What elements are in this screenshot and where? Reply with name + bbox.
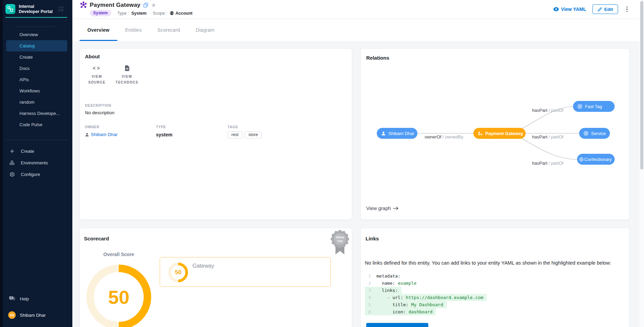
description-label: DESCRIPTION	[85, 104, 114, 107]
edge-label: hasPart / partOf	[532, 161, 563, 166]
eye-icon	[553, 7, 559, 11]
apps-grid-icon[interactable]	[59, 7, 63, 12]
sidebar-item-overview[interactable]: Overview	[6, 29, 67, 40]
sidebar-configure-button[interactable]: Configure	[6, 168, 67, 180]
arrow-right-icon	[393, 206, 399, 210]
entry-score-donut: 50	[168, 263, 188, 282]
owner-label: OWNER	[85, 125, 156, 129]
logo[interactable]: Internal Developer Portal	[5, 4, 56, 14]
user-menu[interactable]: SD Shibam Dhar	[6, 310, 67, 320]
about-card: About <> VIEW SOURCE VIEW TECHDOCS DESCR…	[80, 48, 352, 220]
kind-badge: System	[90, 10, 111, 16]
view-graph-link[interactable]: View graph	[366, 206, 399, 211]
graph-node-label: Shibam Dhar	[388, 131, 414, 136]
sidebar-item-harness-develope[interactable]: Harness Develope...	[6, 108, 67, 119]
sidebar-bottom: ? Help SD Shibam Dhar	[6, 294, 67, 323]
code-line: 4 - url: https://dashboard.example.com	[365, 294, 487, 301]
entry-score-value: 50	[175, 269, 182, 276]
tier-line1: Silver	[335, 235, 344, 239]
chip-icon	[584, 131, 588, 136]
system-icon	[478, 131, 483, 136]
copy-icon[interactable]	[143, 3, 148, 8]
help-label: Help	[20, 296, 29, 301]
relations-card: Relations Shibam Dhar Payment Gateway Fa…	[360, 48, 630, 220]
links-title: Links	[366, 236, 379, 241]
user-name: Shibam Dhar	[20, 313, 46, 318]
portal-logo-icon	[5, 4, 15, 14]
sidebar-item-code-pulse[interactable]: Code Pulse	[6, 119, 67, 130]
techdocs-doc-icon	[125, 64, 130, 72]
sidebar-action-label: Create	[21, 149, 34, 154]
code-line: 1metadata:	[365, 272, 404, 280]
tier-line2: Tier	[337, 239, 343, 243]
scorecard-card: Scorecard Overall Score 50 50 Gateway Si…	[80, 228, 352, 327]
tab-overview[interactable]: Overview	[80, 18, 117, 41]
view-techdocs-button[interactable]: VIEW TECHDOCS	[112, 64, 142, 85]
sidebar-item-create[interactable]: Create	[6, 51, 67, 63]
graph-node-system[interactable]: Payment Gateway	[473, 128, 526, 139]
owner-name: Shibam Dhar	[91, 132, 118, 137]
overall-score-label: Overall Score	[91, 252, 146, 257]
entity-tabs: Overview Entities Scorecard Diagram	[72, 18, 644, 41]
links-empty-text: No links defined for this entity. You ca…	[365, 259, 626, 266]
edit-button[interactable]: Edit	[592, 4, 618, 14]
graph-node-user[interactable]: Shibam Dhar	[377, 128, 417, 139]
yaml-example-code: 1metadata:2 name: example3 links:4 - url…	[365, 272, 487, 315]
view-yaml-label: View YAML	[561, 6, 586, 12]
tab-diagram[interactable]: Diagram	[188, 18, 223, 41]
sidebar-divider	[16, 27, 55, 27]
graph-node-label: Payment Gateway	[485, 131, 523, 136]
meta-separator: ·	[149, 11, 150, 16]
entity-system-icon	[80, 1, 87, 9]
app-title: Internal Developer Portal	[19, 4, 56, 14]
scope-icon	[170, 11, 174, 15]
sidebar-create-button[interactable]: Create	[6, 145, 67, 157]
graph-node-fast-tag[interactable]: Fast Tag	[573, 101, 615, 112]
sidebar-item-random[interactable]: random	[6, 96, 67, 108]
edge-label: hasPart / partOf	[532, 134, 563, 139]
star-icon[interactable]	[151, 2, 156, 8]
type-label: Type :	[117, 11, 129, 16]
tag-chip[interactable]: rest	[228, 131, 242, 138]
code-line: 3 links:	[365, 287, 401, 294]
sidebar-actions: Create Environments Configure	[6, 145, 67, 180]
tab-scorecard[interactable]: Scorecard	[149, 18, 188, 41]
view-source-button[interactable]: <> VIEW SOURCE	[82, 64, 112, 85]
code-line: 5 title: My Dashboard	[365, 301, 447, 308]
code-line: 6 icon: dashboard	[365, 308, 436, 315]
chip-icon	[579, 157, 584, 162]
scope-label: Scope :	[153, 11, 167, 16]
sidebar: Internal Developer Portal OverviewCatalo…	[0, 0, 72, 327]
type-field-value: system	[156, 132, 228, 137]
help-button[interactable]: ? Help	[6, 294, 67, 304]
view-graph-label: View graph	[366, 206, 391, 211]
relations-graph: Shibam Dhar Payment Gateway Fast Tag Ser…	[361, 49, 630, 220]
scope-value: Account	[175, 11, 192, 16]
kebab-menu-icon[interactable]	[624, 5, 630, 13]
sidebar-item-docs[interactable]: Docs	[6, 63, 67, 74]
edge-label: hasPart / partOf	[532, 108, 563, 113]
graph-node-confectionary[interactable]: Confectionary	[577, 154, 615, 165]
graph-node-service[interactable]: Service	[579, 128, 610, 139]
owner-link[interactable]: Shibam Dhar	[85, 132, 156, 137]
sidebar-item-apis[interactable]: APIs	[6, 74, 67, 85]
user-avatar: SD	[8, 311, 16, 319]
sidebar-item-workflows[interactable]: Workflows	[6, 85, 67, 96]
graph-node-label: Fast Tag	[585, 104, 602, 109]
scrollbar-thumb[interactable]	[640, 1, 643, 169]
edit-pencil-icon	[598, 7, 602, 12]
environments-icon	[9, 160, 15, 165]
sidebar-accent-rule	[5, 17, 67, 18]
help-icon: ?	[9, 296, 15, 301]
sidebar-item-catalog[interactable]: Catalog	[6, 40, 67, 51]
links-action-button[interactable]	[366, 323, 428, 327]
sidebar-action-label: Configure	[21, 172, 40, 177]
entry-name: Gateway	[192, 263, 214, 269]
sidebar-nav: OverviewCatalogCreateDocsAPIsWorkflowsra…	[6, 29, 67, 130]
view-yaml-button[interactable]: View YAML	[553, 6, 586, 12]
tag-chip[interactable]: store	[245, 131, 262, 138]
tab-entities[interactable]: Entities	[117, 18, 149, 41]
configure-gear-icon	[9, 172, 15, 177]
scorecard-entry-card[interactable]: 50 Gateway	[160, 257, 331, 287]
sidebar-environments-button[interactable]: Environments	[6, 157, 67, 168]
